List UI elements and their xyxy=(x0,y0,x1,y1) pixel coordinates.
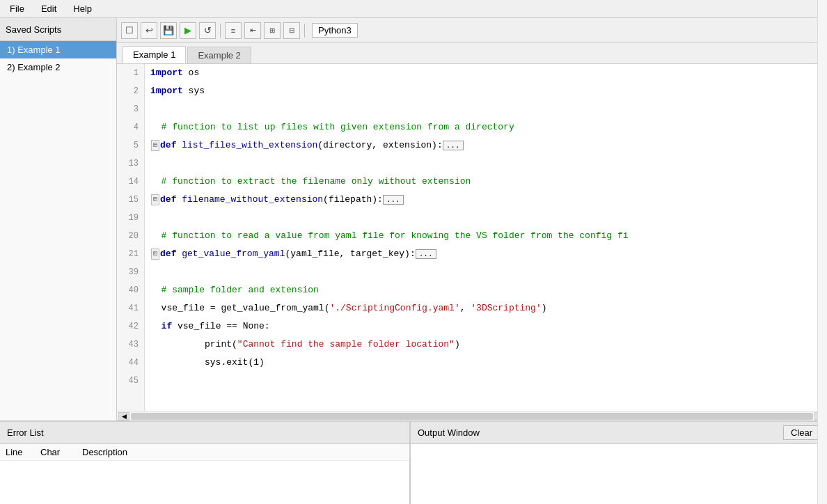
sidebar: Saved Scripts 1) Example 1 2) Example 2 xyxy=(0,18,117,420)
tab-bar: Example 1 Example 2 xyxy=(117,43,827,64)
toolbar-sep2 xyxy=(304,24,305,38)
clear-button[interactable]: Clear xyxy=(783,425,820,440)
toolbar-run-btn[interactable]: ▶ xyxy=(180,22,196,39)
error-panel-title: Error List xyxy=(0,422,409,444)
code-line-40: # sample folder and extension xyxy=(150,281,812,299)
error-table-header: Line Char Description xyxy=(0,444,409,461)
collapse-btn-21[interactable]: ⊞ xyxy=(151,249,159,260)
hscroll-bar[interactable]: ◀ ▶ xyxy=(117,411,827,420)
toolbar-comment-btn[interactable]: ⊞ xyxy=(264,22,281,39)
code-line-44: sys.exit(1) xyxy=(150,354,812,372)
sidebar-title: Saved Scripts xyxy=(0,18,116,41)
code-line-45 xyxy=(150,372,812,390)
code-line-1: import os xyxy=(150,64,812,82)
toolbar: ☐ ↩ 💾 ▶ ↺ ≡ ⇤ ⊞ ⊟ Python3 xyxy=(117,18,827,43)
tab-example1[interactable]: Example 1 xyxy=(123,46,186,63)
col-desc-header: Description xyxy=(82,447,404,457)
main-layout: Saved Scripts 1) Example 1 2) Example 2 … xyxy=(0,18,827,420)
toolbar-new-btn[interactable]: ☐ xyxy=(121,22,138,39)
col-char-header: Char xyxy=(40,447,82,457)
bottom-panels-row: Error List Line Char Description Output … xyxy=(0,422,827,504)
menu-help[interactable]: Help xyxy=(69,2,96,15)
code-line-2: import sys xyxy=(150,82,812,100)
menu-file[interactable]: File xyxy=(6,2,29,15)
code-line-5: ⊞def list_files_with_extension(directory… xyxy=(150,136,812,155)
output-panel-header: Output Window Clear xyxy=(411,422,827,444)
toolbar-uncomment-btn[interactable]: ⊟ xyxy=(283,22,300,39)
tab-example2[interactable]: Example 2 xyxy=(187,47,251,63)
code-line-20: # function to read a value from yaml fil… xyxy=(150,227,812,245)
toolbar-refresh-btn[interactable]: ↺ xyxy=(199,22,216,39)
code-line-13 xyxy=(150,155,812,173)
sidebar-item-example2[interactable]: 2) Example 2 xyxy=(0,58,116,76)
bottom-panels: Error List Line Char Description Output … xyxy=(0,420,827,504)
error-panel: Error List Line Char Description xyxy=(0,422,411,504)
col-line-header: Line xyxy=(6,447,40,457)
code-line-21: ⊞def get_value_from_yaml(yaml_file, targ… xyxy=(150,245,812,263)
code-line-19 xyxy=(150,209,812,227)
menu-edit[interactable]: Edit xyxy=(37,2,61,15)
code-editor: 1 2 3 4 5 13 14 15 19 20 21 39 40 41 42 … xyxy=(117,64,827,411)
sidebar-item-example1[interactable]: 1) Example 1 xyxy=(0,41,116,58)
code-line-43: print("Cannot find the sample folder loc… xyxy=(150,336,812,354)
toolbar-sep1 xyxy=(220,24,221,38)
editor-area: ☐ ↩ 💾 ▶ ↺ ≡ ⇤ ⊞ ⊟ Python3 Example 1 Exam… xyxy=(117,18,827,420)
toolbar-save-btn[interactable]: 💾 xyxy=(160,22,177,39)
code-line-39 xyxy=(150,263,812,281)
hscroll-thumb[interactable] xyxy=(131,413,813,420)
code-line-14: # function to extract the filename only … xyxy=(150,173,812,191)
output-panel-title: Output Window xyxy=(418,427,480,438)
scroll-left-btn[interactable]: ◀ xyxy=(118,412,129,420)
code-line-3 xyxy=(150,100,812,118)
code-line-15: ⊞def filename_without_extension(filepath… xyxy=(150,191,812,209)
output-panel-content[interactable] xyxy=(411,444,827,504)
code-line-42: if vse_file == None: xyxy=(150,317,812,336)
error-panel-content[interactable] xyxy=(0,461,409,504)
line-numbers: 1 2 3 4 5 13 14 15 19 20 21 39 40 41 42 … xyxy=(117,64,145,411)
toolbar-unindent-btn[interactable]: ⇤ xyxy=(244,22,261,39)
collapse-btn-5[interactable]: ⊞ xyxy=(151,140,159,151)
toolbar-language: Python3 xyxy=(312,23,358,38)
toolbar-undo-btn[interactable]: ↩ xyxy=(141,22,157,39)
toolbar-indent-btn[interactable]: ≡ xyxy=(225,22,242,39)
code-line-4: # function to list up files with given e… xyxy=(150,118,812,136)
code-line-41: vse_file = get_value_from_yaml('./Script… xyxy=(150,299,812,317)
collapse-btn-15[interactable]: ⊞ xyxy=(151,194,159,205)
menu-bar: File Edit Help xyxy=(0,0,827,18)
output-vscroll[interactable] xyxy=(817,444,827,504)
output-panel: Output Window Clear xyxy=(411,422,827,504)
code-content[interactable]: import os import sys # function to list … xyxy=(145,64,817,411)
